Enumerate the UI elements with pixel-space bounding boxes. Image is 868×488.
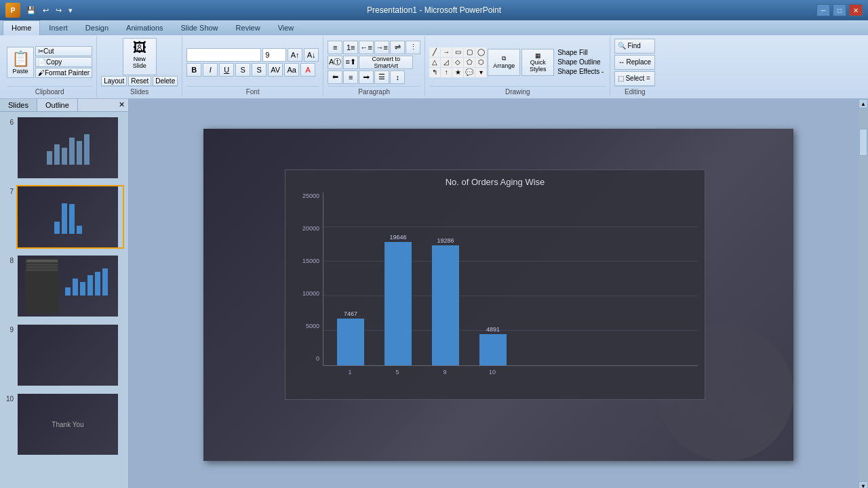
s8bar1 [65,287,71,296]
arrow-tool[interactable]: → [441,47,452,57]
main-scroll-down[interactable]: ▼ [859,481,868,488]
underline-btn[interactable]: U [219,63,234,77]
format-painter-button[interactable]: 🖌 Format Painter [35,68,92,78]
reset-button[interactable]: Reset [128,76,151,86]
slide7-mini-bars [51,197,85,237]
new-slide-button[interactable]: 🖼 New Slide [123,38,157,75]
char-spacing-btn[interactable]: AV [268,63,283,77]
slide6-mini-bars [43,127,93,168]
undo-qa-btn[interactable]: ↩ [41,5,51,16]
triangle-tool[interactable]: △ [429,58,440,67]
star-tool[interactable]: ★ [452,68,463,77]
outline-tab[interactable]: Outline [37,99,78,111]
callout-tool[interactable]: 💬 [464,68,475,77]
pentagon-tool[interactable]: ⬠ [464,58,475,67]
shadow-btn[interactable]: S [252,63,267,77]
bent-arrow-tool[interactable]: ↰ [429,68,440,77]
paste-button[interactable]: 📋 Paste [7,47,34,78]
tab-review[interactable]: Review [227,20,269,35]
increase-indent-btn[interactable]: →≡ [374,41,389,54]
slide-thumb-10[interactable]: 10 Thank You [3,391,125,458]
strikethrough-btn[interactable]: S [235,63,250,77]
close-btn[interactable]: ✕ [849,4,863,16]
columns-btn[interactable]: ⋮ [406,41,420,54]
italic-btn[interactable]: I [203,63,218,77]
bold-btn[interactable]: B [186,63,201,77]
font-size-input[interactable] [262,48,286,62]
line-tool[interactable]: ╱ [429,47,440,57]
replace-button[interactable]: ↔ Replace [614,55,655,70]
shape-fill-btn[interactable]: Shape Fill [555,48,606,57]
increase-font-btn[interactable]: A↑ [288,48,302,62]
y-label-5000: 5000 [306,323,319,329]
ribbon-content: 📋 Paste ✂ Cut 📄 Copy 🖌 Format [0,35,868,98]
main-area: Slides Outline ✕ 6 [0,99,868,488]
tab-animations[interactable]: Animations [117,20,172,35]
slide-thumb-8[interactable]: 8 [3,253,125,319]
text-direction-btn[interactable]: Aⓣ [328,56,342,69]
slide10-thankyou: Thank You [52,421,83,428]
font-color-btn[interactable]: A [300,63,315,77]
editing-items: 🔍 Find ↔ Replace ⬚ Select = [614,38,655,86]
slide-frame: No. of Orders Aging Wise 25000 20000 150… [203,129,793,461]
layout-button[interactable]: Layout [101,76,127,86]
right-triangle-tool[interactable]: ◿ [441,58,452,67]
slide-thumb-6[interactable]: 6 [3,115,125,181]
uarrow-tool[interactable]: ↑ [441,68,452,77]
convert-smartart-btn[interactable]: Convert to SmartArt [359,56,413,69]
shape-effects-btn[interactable]: Shape Effects - [555,67,606,76]
rounded-rect-tool[interactable]: ▢ [464,47,475,57]
align-center-btn[interactable]: ≡ [343,70,358,84]
tab-view[interactable]: View [269,20,303,35]
slide-preview-8 [16,254,124,318]
maximize-btn[interactable]: □ [833,4,846,16]
decrease-indent-btn[interactable]: ←≡ [359,41,374,54]
minimize-btn[interactable]: ─ [816,4,830,16]
decrease-font-btn[interactable]: A↓ [304,48,319,62]
slide-thumb-9[interactable]: 9 [3,322,125,388]
diamond-tool[interactable]: ◇ [452,58,463,67]
bullets-btn[interactable]: ≡ [328,41,342,54]
slides-tab[interactable]: Slides [0,99,37,111]
copy-button[interactable]: 📄 Copy [35,57,92,67]
x-label-9: 9 [431,369,458,375]
main-scrollbar-v[interactable]: ▲ ▼ [859,99,868,488]
slides-panel-close[interactable]: ✕ [115,99,128,111]
rtl-btn[interactable]: ⇌ [390,41,405,54]
font-name-input[interactable] [186,48,261,62]
main-scroll-thumb[interactable] [859,129,867,156]
tab-home[interactable]: Home [3,20,40,35]
tab-design[interactable]: Design [77,20,117,35]
arrange-button[interactable]: ⧉ Arrange [488,49,520,76]
find-button[interactable]: 🔍 Find [614,39,655,54]
select-button[interactable]: ⬚ Select = [614,71,655,86]
s8bar4 [87,275,93,296]
numbering-btn[interactable]: 1≡ [343,41,358,54]
main-scroll-up[interactable]: ▲ [859,99,868,108]
tab-insert[interactable]: Insert [40,20,77,35]
align-text-btn[interactable]: ≡⬆ [343,56,358,69]
tab-slideshow[interactable]: Slide Show [172,20,227,35]
slide-area: ▲ ▼ No. of Orders Aging Wise 25000 20000… [129,99,868,488]
customize-qa-btn[interactable]: ▾ [66,5,75,16]
bar-value-3: 19286 [437,237,454,244]
align-left-btn[interactable]: ⬅ [328,70,342,84]
ribbon-tab-bar: Home Insert Design Animations Slide Show… [0,20,868,35]
redo-qa-btn[interactable]: ↪ [54,5,64,16]
y-label-0: 0 [316,355,319,362]
save-qa-btn[interactable]: 💾 [24,5,38,16]
slide-thumb-7[interactable]: 7 [3,184,125,250]
quick-styles-button[interactable]: ▦ Quick Styles [521,49,554,76]
ellipse-tool[interactable]: ◯ [475,47,486,57]
line-spacing-btn[interactable]: ↕ [390,70,405,84]
case-btn[interactable]: Aa [284,63,299,77]
cut-button[interactable]: ✂ Cut [35,46,92,56]
more-shapes-btn[interactable]: ▾ [475,68,486,77]
justify-btn[interactable]: ☰ [374,70,389,84]
paste-label: Paste [12,68,28,75]
delete-button[interactable]: Delete [153,76,178,86]
align-right-btn[interactable]: ⮕ [359,70,374,84]
rect-tool[interactable]: ▭ [452,47,463,57]
shape-outline-btn[interactable]: Shape Outline [555,58,606,66]
hexagon-tool[interactable]: ⬡ [475,58,486,67]
